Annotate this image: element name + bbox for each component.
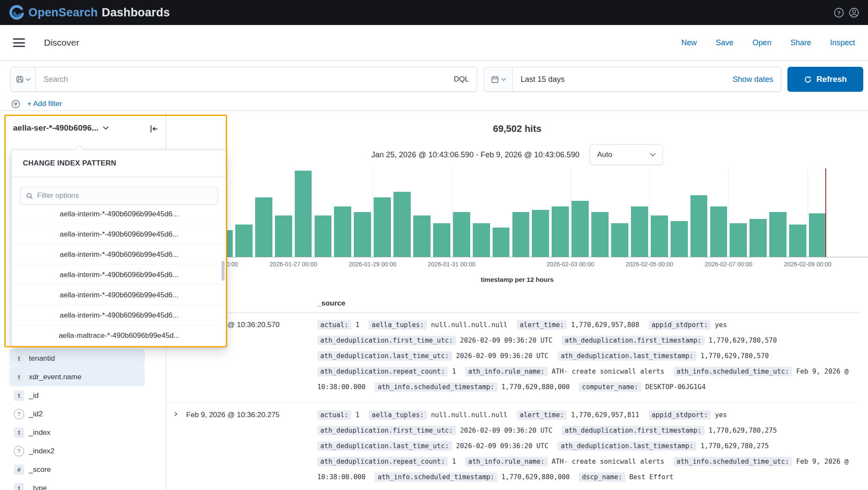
histogram-bar[interactable] — [393, 192, 411, 257]
source-field-value: ATH- create sonicwall alerts — [548, 368, 665, 375]
field-item-tenantid[interactable]: ttenantid — [9, 349, 145, 368]
source-field-name: dscp_name: — [579, 472, 625, 482]
scrollbar-thumb[interactable] — [222, 261, 225, 281]
histogram-bar[interactable] — [789, 225, 806, 257]
histogram-bar[interactable] — [374, 197, 391, 257]
histogram-bar[interactable] — [433, 223, 450, 257]
source-field-name: ath_deduplication.first_time_utc: — [317, 336, 456, 345]
histogram-bar[interactable] — [651, 215, 668, 257]
histogram-bar[interactable] — [275, 215, 292, 257]
menu-icon[interactable] — [13, 38, 25, 47]
field-item-xdr_event.name[interactable]: txdr_event.name — [9, 368, 145, 386]
source-field-name: alert_time: — [517, 320, 567, 330]
histogram-bar[interactable] — [334, 206, 351, 257]
source-field-name: aella_tuples: — [368, 320, 427, 330]
index-pattern-option[interactable]: aella-interim-*-490b6096b99e45d6... — [12, 224, 226, 244]
filter-icon[interactable] — [11, 100, 20, 109]
index-pattern-option[interactable]: aella-interim-*-490b6096b99e45d6... — [12, 206, 226, 224]
index-pattern-option[interactable]: aella-interim-*-490b6096b99e45d6... — [12, 285, 226, 305]
time-range-value[interactable]: Last 15 days — [513, 75, 733, 84]
field-item-_type[interactable]: t_type — [9, 479, 145, 490]
search-input[interactable] — [36, 75, 446, 84]
source-field-name: appid_stdport: — [649, 410, 711, 420]
histogram-bar[interactable] — [749, 219, 767, 257]
index-pattern-option[interactable]: aella-maltrace-*-490b6096b99e45d... — [12, 325, 226, 345]
histogram-bar[interactable] — [354, 212, 371, 257]
histogram-bar[interactable] — [295, 171, 312, 257]
histogram-bar[interactable] — [255, 197, 272, 257]
chevron-down-icon — [650, 153, 656, 156]
histogram-bar[interactable] — [493, 228, 510, 257]
source-field-pair: ath_deduplication.first_time_utc: 2026-0… — [317, 427, 553, 434]
doc-source: actual: 1 aella_tuples: null.null.null.n… — [317, 407, 861, 485]
add-filter-button[interactable]: + Add filter — [27, 100, 62, 108]
x-axis-tick-label: 2026-01-31 00:00 — [428, 261, 476, 268]
histogram-bar[interactable] — [235, 225, 253, 257]
nav-link-save[interactable]: Save — [716, 38, 734, 47]
histogram-bar[interactable] — [671, 221, 688, 257]
histogram-bar[interactable] — [413, 215, 431, 257]
source-field-name: appid_stdport: — [649, 320, 711, 330]
histogram-bar[interactable] — [453, 212, 470, 257]
refresh-button[interactable]: Refresh — [787, 67, 863, 92]
field-name: _type — [29, 484, 47, 490]
field-item-_index2[interactable]: ?_index2 — [9, 442, 145, 460]
histogram-bar[interactable] — [473, 223, 490, 257]
field-item-_score[interactable]: #_score — [9, 460, 145, 479]
expand-row-button[interactable] — [166, 411, 186, 419]
histogram-bar[interactable] — [611, 223, 628, 257]
histogram-bar[interactable] — [690, 195, 708, 257]
histogram-bar[interactable] — [730, 223, 747, 257]
help-icon[interactable]: ? — [834, 7, 844, 18]
user-icon[interactable] — [849, 7, 859, 18]
field-item-_id2[interactable]: ?_id2 — [9, 405, 145, 423]
field-name: _index2 — [29, 447, 55, 456]
index-pattern-option[interactable]: aella-interim-*-490b6096b99e45d6... — [12, 305, 226, 325]
source-field-pair: actual: 1 — [317, 411, 359, 419]
filter-options-input[interactable] — [37, 191, 212, 200]
nav-link-inspect[interactable]: Inspect — [830, 38, 855, 47]
source-field-value: null.null.null.null — [427, 411, 508, 419]
gridline — [452, 169, 452, 257]
collapse-sidebar-icon[interactable] — [150, 124, 159, 134]
field-type-icon: ? — [14, 446, 24, 456]
source-field-value: null.null.null.null — [427, 321, 508, 329]
histogram-bar[interactable] — [809, 213, 826, 257]
histogram-bar[interactable] — [710, 206, 727, 257]
source-field-value: 1 — [351, 411, 359, 419]
index-pattern-option[interactable]: aella-interim-*-490b6096b99e45d6... — [12, 265, 226, 285]
x-axis-tick-label: 2026-02-05 00:00 — [626, 261, 674, 268]
hits-number: 69,502 — [493, 123, 522, 134]
interval-value: Auto — [597, 150, 612, 159]
histogram-bar[interactable] — [631, 206, 648, 257]
histogram-bar[interactable] — [571, 201, 589, 257]
saved-queries-button[interactable] — [11, 67, 36, 91]
nav-link-share[interactable]: Share — [790, 38, 811, 47]
interval-select[interactable]: Auto — [590, 144, 663, 165]
histogram-bar[interactable] — [552, 206, 569, 257]
histogram-bar[interactable] — [315, 215, 332, 257]
source-field-name: ath_deduplication.repeat_count: — [317, 367, 448, 376]
source-field-value: 1,770,629,780,570 — [705, 337, 777, 344]
nav-link-open[interactable]: Open — [752, 38, 771, 47]
query-language-button[interactable]: DQL — [446, 75, 477, 84]
field-item-_id[interactable]: t_id — [9, 386, 145, 405]
histogram-bar[interactable] — [512, 212, 530, 257]
date-picker: Last 15 days Show dates — [484, 67, 781, 92]
histogram-bar[interactable] — [591, 212, 609, 257]
field-item-_index[interactable]: t_index — [9, 423, 145, 442]
source-field-value: 1,770,629,880,000 — [497, 383, 570, 391]
date-picker-quick-menu[interactable] — [484, 67, 513, 91]
index-pattern-switcher[interactable]: aella-ser-*-490b6096... — [13, 123, 109, 133]
source-field-value: 1,770,629,780,275 — [696, 442, 769, 450]
index-pattern-options: aella-interim-*-490b6096b99e45d6...aella… — [12, 206, 226, 345]
field-name: _id2 — [29, 410, 43, 418]
histogram-bar[interactable] — [532, 210, 549, 257]
histogram-plot — [166, 169, 868, 257]
nav-link-new[interactable]: New — [681, 38, 697, 47]
index-pattern-option[interactable]: aella-interim-*-490b6096b99e45d6... — [12, 244, 226, 265]
show-dates-button[interactable]: Show dates — [733, 75, 781, 84]
histogram-bar[interactable] — [769, 212, 787, 257]
field-name: _index — [29, 428, 50, 437]
field-type-icon: t — [14, 428, 24, 438]
